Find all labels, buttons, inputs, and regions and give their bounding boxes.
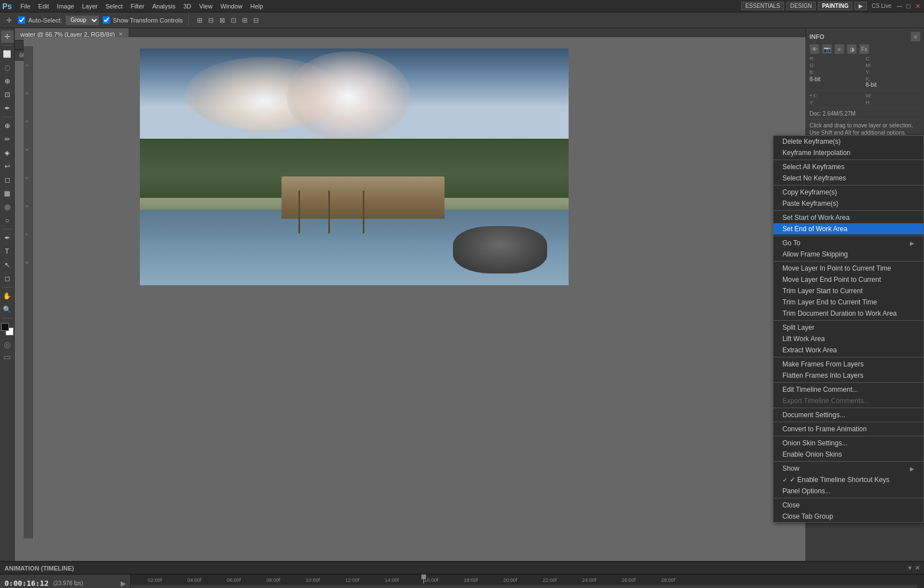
align-right-btn[interactable]: ⊠ xyxy=(217,15,227,25)
gradient-tool[interactable]: ▦ xyxy=(1,187,14,200)
menu-edit[interactable]: Edit xyxy=(34,2,53,11)
lasso-tool[interactable]: ◌ xyxy=(1,61,14,74)
info-style-btn[interactable]: Fx xyxy=(859,44,869,54)
ctx-convert-to-frame-animation[interactable]: Convert to Frame Animation xyxy=(773,423,923,435)
ctx-move-layer-end[interactable]: Move Layer End Point to Current xyxy=(773,274,923,285)
workspace-essentials[interactable]: ESSENTIALS xyxy=(741,2,784,10)
ctx-allow-frame-skipping[interactable]: Allow Frame Skipping xyxy=(773,249,923,260)
eraser-tool[interactable]: ◻ xyxy=(1,174,14,186)
align-mid-btn[interactable]: ⊞ xyxy=(240,15,250,25)
timeline-menu-btn[interactable]: ▶ xyxy=(121,580,126,587)
path-select-tool[interactable]: ↖ xyxy=(1,259,14,271)
align-center-btn[interactable]: ⊟ xyxy=(206,15,216,25)
info-collapse-btn[interactable]: ≡ xyxy=(910,32,921,42)
blur-tool[interactable]: ◎ xyxy=(1,201,14,213)
menu-3d[interactable]: 3D xyxy=(179,2,195,11)
menu-help[interactable]: Help xyxy=(247,2,267,11)
ctx-trim-doc-duration[interactable]: Trim Document Duration to Work Area xyxy=(773,308,923,319)
zoom-tool[interactable]: 🔍 xyxy=(1,303,14,316)
align-top-btn[interactable]: ⊡ xyxy=(228,15,239,25)
shape-tool[interactable]: ◻ xyxy=(1,272,14,285)
ctx-make-frames-from-layers[interactable]: Make Frames From Layers xyxy=(773,359,923,370)
auto-select-dropdown[interactable]: Group xyxy=(65,15,99,25)
text-tool[interactable]: T xyxy=(1,245,14,258)
ctx-copy-keyframes[interactable]: Copy Keyframe(s) xyxy=(773,187,923,198)
ctx-panel-options[interactable]: Panel Options... xyxy=(773,485,923,497)
ctx-onion-skin-settings[interactable]: Onion Skin Settings... xyxy=(773,437,923,449)
menu-layer[interactable]: Layer xyxy=(78,2,102,11)
close-btn[interactable]: ✕ xyxy=(915,2,921,10)
brush-tool[interactable]: ✏ xyxy=(1,133,14,145)
ctx-set-end-work-area[interactable]: Set End of Work Area xyxy=(773,223,923,235)
quick-select-tool[interactable]: ⊕ xyxy=(1,75,14,87)
ctx-move-layer-in[interactable]: Move Layer In Point to Current Time xyxy=(773,263,923,274)
move-tool[interactable]: ✛ xyxy=(1,30,14,43)
info-camera-btn[interactable]: 📷 xyxy=(822,44,832,54)
auto-select-checkbox[interactable] xyxy=(18,16,25,24)
ctx-trim-layer-start[interactable]: Trim Layer Start to Current xyxy=(773,285,923,297)
crop-tool[interactable]: ⊡ xyxy=(1,89,14,101)
ctx-delete-keyframes[interactable]: Delete Keyframe(s) xyxy=(773,136,923,147)
ctx-trim-layer-end[interactable]: Trim Layer End to Current Time xyxy=(773,297,923,308)
info-eye-btn[interactable]: 👁 xyxy=(809,44,820,54)
foreground-color[interactable] xyxy=(1,323,9,331)
align-left-btn[interactable]: ⊞ xyxy=(195,15,205,25)
ctx-paste-keyframes[interactable]: Paste Keyframe(s) xyxy=(773,198,923,209)
info-adjust-btn[interactable]: ◑ xyxy=(847,44,857,54)
history-tool[interactable]: ↩ xyxy=(1,160,14,173)
minimize-btn[interactable]: ─ xyxy=(897,2,902,10)
menu-image[interactable]: Image xyxy=(53,2,78,11)
screen-mode-btn[interactable]: ▭ xyxy=(3,352,11,361)
menu-select[interactable]: Select xyxy=(102,2,127,11)
timeline-tracks-area[interactable]: 02:00f 04:00f 06:00f 08:00f 10:00f 12:00… xyxy=(131,574,924,588)
ctx-close-tab-group[interactable]: Close Tab Group xyxy=(773,511,923,522)
ctx-flatten-frames-into-layers[interactable]: Flatten Frames Into Layers xyxy=(773,370,923,381)
ctx-select-no-keyframes[interactable]: Select No Keyframes xyxy=(773,173,923,184)
ctx-extract-work-area[interactable]: Extract Work Area xyxy=(773,344,923,356)
menu-analysis[interactable]: Analysis xyxy=(148,2,179,11)
workspace-design[interactable]: DESIGN xyxy=(786,2,816,10)
menu-window[interactable]: Window xyxy=(217,2,247,11)
ctx-export-timeline-comments[interactable]: Export Timeline Comments... xyxy=(773,395,923,406)
ctx-select-all-keyframes[interactable]: Select All Keyframes xyxy=(773,161,923,173)
ctx-keyframe-interpolation[interactable]: Keyframe Interpolation xyxy=(773,147,923,158)
ctx-set-start-work-area[interactable]: Set Start of Work Area xyxy=(773,212,923,223)
timeline-scrollbar[interactable] xyxy=(917,585,924,588)
menu-filter[interactable]: Filter xyxy=(127,2,148,11)
ctx-edit-timeline-comment[interactable]: Edit Timeline Comment... xyxy=(773,384,923,395)
info-layers-btn[interactable]: ≡ xyxy=(834,44,844,54)
healing-tool[interactable]: ⊕ xyxy=(1,120,14,132)
hand-tool[interactable]: ✋ xyxy=(1,290,14,302)
menu-file[interactable]: File xyxy=(16,2,34,11)
marquee-tool[interactable]: ⬜ xyxy=(1,48,14,60)
menu-view[interactable]: View xyxy=(195,2,217,11)
color-swatches[interactable] xyxy=(1,323,14,335)
ctx-split-layer[interactable]: Split Layer xyxy=(773,322,923,333)
ctx-enable-onion-skins[interactable]: Enable Onion Skins xyxy=(773,449,923,460)
tool-sep-4 xyxy=(2,287,12,288)
cslive-label[interactable]: CS Live xyxy=(869,3,894,9)
ctx-lift-work-area[interactable]: Lift Work Area xyxy=(773,333,923,344)
clone-tool[interactable]: ◈ xyxy=(1,147,14,159)
ctx-document-settings[interactable]: Document Settings... xyxy=(773,409,923,421)
ctx-sep-12 xyxy=(773,461,923,462)
workspace-painting[interactable]: PAINTING xyxy=(818,2,852,10)
timeline-close-btn[interactable]: ✕ xyxy=(915,565,919,571)
align-bottom-btn[interactable]: ⊟ xyxy=(251,15,261,25)
eyedropper-tool[interactable]: ✒ xyxy=(1,102,14,114)
pen-tool[interactable]: ✒ xyxy=(1,232,14,244)
canvas-bg[interactable] xyxy=(33,37,806,550)
maximize-btn[interactable]: □ xyxy=(907,2,910,10)
canvas-wrapper[interactable]: 1 2 3 4 5 6 7 8 xyxy=(24,37,806,550)
dock-post-3 xyxy=(363,191,364,233)
quick-mask-btn[interactable]: ◎ xyxy=(4,340,11,349)
show-transform-checkbox[interactable] xyxy=(103,16,110,24)
ctx-enable-timeline-shortcut-keys[interactable]: ✓ ✓ Enable Timeline Shortcut Keys xyxy=(773,474,923,485)
dodge-tool[interactable]: ○ xyxy=(1,214,14,227)
tab-close[interactable]: ✕ xyxy=(118,31,123,37)
ctx-go-to[interactable]: Go To ▶ xyxy=(773,237,923,249)
workspace-more[interactable]: ▶ xyxy=(855,2,867,10)
ctx-close[interactable]: Close xyxy=(773,499,923,511)
timeline-collapse-btn[interactable]: ▼ xyxy=(907,565,913,571)
ctx-show[interactable]: Show ▶ xyxy=(773,463,923,474)
